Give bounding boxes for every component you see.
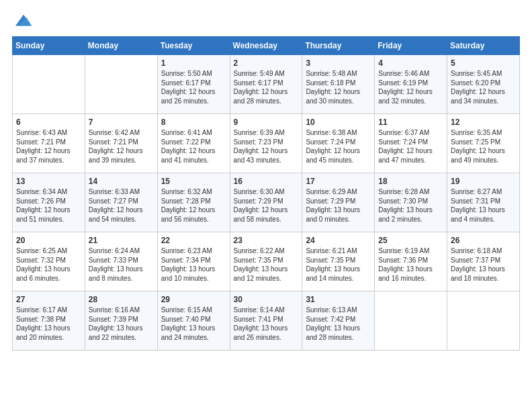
day-info: Sunrise: 6:27 AMSunset: 7:31 PMDaylight:… <box>451 187 516 224</box>
calendar-cell: 11Sunrise: 6:37 AMSunset: 7:24 PMDayligh… <box>375 114 447 173</box>
day-number: 21 <box>89 235 154 246</box>
calendar-table: SundayMondayTuesdayWednesdayThursdayFrid… <box>12 36 520 351</box>
calendar-cell: 16Sunrise: 6:30 AMSunset: 7:29 PMDayligh… <box>230 173 302 232</box>
day-info: Sunrise: 6:39 AMSunset: 7:23 PMDaylight:… <box>234 128 299 165</box>
day-number: 3 <box>306 58 371 68</box>
calendar-cell: 30Sunrise: 6:14 AMSunset: 7:41 PMDayligh… <box>230 291 302 351</box>
day-number: 11 <box>378 117 443 128</box>
calendar-cell: 26Sunrise: 6:18 AMSunset: 7:37 PMDayligh… <box>447 232 520 291</box>
day-number: 19 <box>451 176 516 187</box>
day-number: 8 <box>161 117 226 128</box>
day-number: 28 <box>89 294 154 305</box>
weekday-header-row: SundayMondayTuesdayWednesdayThursdayFrid… <box>13 37 520 55</box>
weekday-header-sunday: Sunday <box>13 37 85 55</box>
calendar-cell <box>13 55 85 114</box>
day-info: Sunrise: 6:15 AMSunset: 7:40 PMDaylight:… <box>161 306 226 342</box>
calendar-cell: 20Sunrise: 6:25 AMSunset: 7:32 PMDayligh… <box>13 232 85 291</box>
day-number: 30 <box>234 294 299 305</box>
calendar-cell: 29Sunrise: 6:15 AMSunset: 7:40 PMDayligh… <box>157 291 230 351</box>
day-info: Sunrise: 6:37 AMSunset: 7:24 PMDaylight:… <box>378 128 443 165</box>
day-info: Sunrise: 6:17 AMSunset: 7:38 PMDaylight:… <box>16 306 81 342</box>
calendar-cell: 8Sunrise: 6:41 AMSunset: 7:22 PMDaylight… <box>157 114 230 173</box>
calendar-cell: 4Sunrise: 5:46 AMSunset: 6:19 PMDaylight… <box>375 55 447 114</box>
calendar-cell: 13Sunrise: 6:34 AMSunset: 7:26 PMDayligh… <box>13 173 85 232</box>
calendar-cell: 15Sunrise: 6:32 AMSunset: 7:28 PMDayligh… <box>157 173 230 232</box>
day-info: Sunrise: 5:50 AMSunset: 6:17 PMDaylight:… <box>161 69 226 105</box>
day-number: 6 <box>16 117 81 128</box>
calendar-cell: 28Sunrise: 6:16 AMSunset: 7:39 PMDayligh… <box>85 291 157 351</box>
day-info: Sunrise: 6:18 AMSunset: 7:37 PMDaylight:… <box>451 246 516 283</box>
calendar-cell <box>447 291 520 351</box>
day-info: Sunrise: 6:38 AMSunset: 7:24 PMDaylight:… <box>306 128 371 165</box>
day-info: Sunrise: 6:33 AMSunset: 7:27 PMDaylight:… <box>89 187 154 224</box>
weekday-header-saturday: Saturday <box>447 37 520 55</box>
calendar-cell: 10Sunrise: 6:38 AMSunset: 7:24 PMDayligh… <box>302 114 375 173</box>
day-number: 18 <box>378 176 443 187</box>
weekday-header-monday: Monday <box>85 37 157 55</box>
calendar-row-5: 27Sunrise: 6:17 AMSunset: 7:38 PMDayligh… <box>13 291 520 351</box>
day-info: Sunrise: 6:23 AMSunset: 7:34 PMDaylight:… <box>161 246 226 283</box>
day-number: 31 <box>306 294 371 305</box>
calendar-cell: 31Sunrise: 6:13 AMSunset: 7:42 PMDayligh… <box>302 291 375 351</box>
weekday-header-friday: Friday <box>375 37 447 55</box>
day-info: Sunrise: 6:16 AMSunset: 7:39 PMDaylight:… <box>89 306 154 342</box>
day-number: 15 <box>161 176 226 187</box>
day-info: Sunrise: 6:41 AMSunset: 7:22 PMDaylight:… <box>161 128 226 165</box>
calendar-cell <box>85 55 157 114</box>
weekday-header-tuesday: Tuesday <box>157 37 230 55</box>
page: SundayMondayTuesdayWednesdayThursdayFrid… <box>0 0 532 357</box>
day-number: 2 <box>234 58 299 68</box>
day-info: Sunrise: 6:19 AMSunset: 7:36 PMDaylight:… <box>378 246 443 283</box>
day-number: 17 <box>306 176 371 187</box>
day-info: Sunrise: 6:32 AMSunset: 7:28 PMDaylight:… <box>161 187 226 224</box>
day-info: Sunrise: 6:29 AMSunset: 7:29 PMDaylight:… <box>306 187 371 224</box>
calendar-cell: 24Sunrise: 6:21 AMSunset: 7:35 PMDayligh… <box>302 232 375 291</box>
day-info: Sunrise: 6:42 AMSunset: 7:21 PMDaylight:… <box>89 128 154 165</box>
day-number: 13 <box>16 176 81 187</box>
logo-icon <box>14 12 33 31</box>
calendar-cell: 21Sunrise: 6:24 AMSunset: 7:33 PMDayligh… <box>85 232 157 291</box>
day-info: Sunrise: 6:21 AMSunset: 7:35 PMDaylight:… <box>306 246 371 283</box>
weekday-header-thursday: Thursday <box>302 37 375 55</box>
day-number: 7 <box>89 117 154 128</box>
day-info: Sunrise: 6:24 AMSunset: 7:33 PMDaylight:… <box>89 246 154 283</box>
calendar-cell: 17Sunrise: 6:29 AMSunset: 7:29 PMDayligh… <box>302 173 375 232</box>
calendar-cell: 2Sunrise: 5:49 AMSunset: 6:17 PMDaylight… <box>230 55 302 114</box>
calendar-cell: 14Sunrise: 6:33 AMSunset: 7:27 PMDayligh… <box>85 173 157 232</box>
day-number: 16 <box>234 176 299 187</box>
day-number: 5 <box>451 58 516 68</box>
day-number: 9 <box>234 117 299 128</box>
day-number: 29 <box>161 294 226 305</box>
calendar-row-2: 6Sunrise: 6:43 AMSunset: 7:21 PMDaylight… <box>13 114 520 173</box>
weekday-header-wednesday: Wednesday <box>230 37 302 55</box>
calendar-cell: 6Sunrise: 6:43 AMSunset: 7:21 PMDaylight… <box>13 114 85 173</box>
day-info: Sunrise: 6:28 AMSunset: 7:30 PMDaylight:… <box>378 187 443 224</box>
day-number: 1 <box>161 58 226 68</box>
day-number: 23 <box>234 235 299 246</box>
day-number: 4 <box>378 58 443 68</box>
day-number: 12 <box>451 117 516 128</box>
day-info: Sunrise: 6:25 AMSunset: 7:32 PMDaylight:… <box>16 246 81 283</box>
day-info: Sunrise: 6:14 AMSunset: 7:41 PMDaylight:… <box>234 306 299 342</box>
day-number: 10 <box>306 117 371 128</box>
header <box>12 12 520 31</box>
day-info: Sunrise: 6:43 AMSunset: 7:21 PMDaylight:… <box>16 128 81 165</box>
day-info: Sunrise: 5:46 AMSunset: 6:19 PMDaylight:… <box>378 69 443 105</box>
calendar-cell: 22Sunrise: 6:23 AMSunset: 7:34 PMDayligh… <box>157 232 230 291</box>
calendar-row-1: 1Sunrise: 5:50 AMSunset: 6:17 PMDaylight… <box>13 55 520 114</box>
day-number: 25 <box>378 235 443 246</box>
calendar-cell: 19Sunrise: 6:27 AMSunset: 7:31 PMDayligh… <box>447 173 520 232</box>
day-number: 22 <box>161 235 226 246</box>
day-info: Sunrise: 6:34 AMSunset: 7:26 PMDaylight:… <box>16 187 81 224</box>
calendar-cell: 12Sunrise: 6:35 AMSunset: 7:25 PMDayligh… <box>447 114 520 173</box>
day-info: Sunrise: 5:48 AMSunset: 6:18 PMDaylight:… <box>306 69 371 105</box>
day-info: Sunrise: 5:49 AMSunset: 6:17 PMDaylight:… <box>234 69 299 105</box>
calendar-cell: 1Sunrise: 5:50 AMSunset: 6:17 PMDaylight… <box>157 55 230 114</box>
calendar-cell: 23Sunrise: 6:22 AMSunset: 7:35 PMDayligh… <box>230 232 302 291</box>
calendar-cell: 27Sunrise: 6:17 AMSunset: 7:38 PMDayligh… <box>13 291 85 351</box>
calendar-cell <box>375 291 447 351</box>
calendar-row-4: 20Sunrise: 6:25 AMSunset: 7:32 PMDayligh… <box>13 232 520 291</box>
day-number: 24 <box>306 235 371 246</box>
day-info: Sunrise: 5:45 AMSunset: 6:20 PMDaylight:… <box>451 69 516 105</box>
calendar-row-3: 13Sunrise: 6:34 AMSunset: 7:26 PMDayligh… <box>13 173 520 232</box>
